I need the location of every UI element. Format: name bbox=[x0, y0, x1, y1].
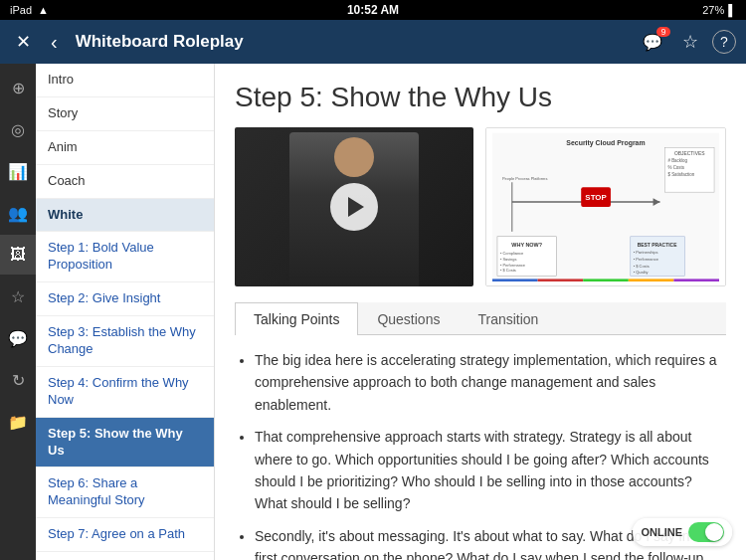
sidebar-icon-refresh[interactable]: ↻ bbox=[0, 360, 36, 400]
status-right: 27% ▌ bbox=[702, 4, 736, 16]
svg-text:Security Cloud Program: Security Cloud Program bbox=[566, 139, 645, 147]
svg-text:STOP: STOP bbox=[585, 193, 607, 202]
status-left: iPad ▲ bbox=[10, 4, 49, 16]
status-bar: iPad ▲ 10:52 AM 27% ▌ bbox=[0, 0, 746, 20]
svg-text:• Savings: • Savings bbox=[500, 257, 517, 262]
nav-item-step1[interactable]: Step 1: Bold Value Proposition bbox=[36, 232, 214, 282]
status-time: 10:52 AM bbox=[347, 3, 399, 17]
svg-text:WHY NOW?: WHY NOW? bbox=[511, 242, 542, 248]
content-inner: Step 5: Show the Why Us bbox=[215, 64, 746, 560]
content-area: Step 5: Show the Why Us bbox=[215, 64, 746, 560]
svg-text:BEST PRACTICE: BEST PRACTICE bbox=[638, 243, 677, 248]
back-button[interactable]: ‹ bbox=[45, 27, 64, 58]
sidebar-icons: ⊕ ◎ 📊 👥 🖼 ☆ 💬 ↻ 📁 bbox=[0, 64, 36, 560]
nav-bar: ✕ ‹ Whiteboard Roleplay 💬 9 ☆ ? bbox=[0, 20, 746, 64]
svg-text:• $ Costs: • $ Costs bbox=[634, 263, 650, 268]
svg-text:• Quality: • Quality bbox=[634, 270, 649, 275]
battery-icon: ▌ bbox=[728, 4, 736, 16]
ipad-label: iPad bbox=[10, 4, 32, 16]
nav-item-story[interactable]: Story bbox=[36, 97, 214, 131]
sidebar-icon-location[interactable]: ◎ bbox=[0, 109, 36, 149]
help-button[interactable]: ? bbox=[712, 30, 736, 54]
nav-item-white[interactable]: White bbox=[36, 199, 214, 233]
nav-item-step7[interactable]: Step 7: Agree on a Path bbox=[36, 518, 214, 552]
play-button[interactable] bbox=[330, 183, 378, 231]
svg-text:• $ Costs: • $ Costs bbox=[500, 268, 516, 273]
svg-text:People Process Platforms: People Process Platforms bbox=[502, 176, 548, 181]
star-button[interactable]: ☆ bbox=[676, 27, 704, 57]
sidebar-icon-home[interactable]: ⊕ bbox=[0, 68, 36, 107]
close-button[interactable]: ✕ bbox=[10, 27, 37, 57]
whiteboard-svg: Security Cloud Program OBJECTIVES # Back… bbox=[492, 132, 719, 281]
video-section: Security Cloud Program OBJECTIVES # Back… bbox=[235, 127, 726, 286]
svg-text:• Performance: • Performance bbox=[500, 262, 526, 267]
svg-text:OBJECTIVES: OBJECTIVES bbox=[674, 151, 705, 156]
nav-item-step2[interactable]: Step 2: Give Insight bbox=[36, 282, 214, 316]
nav-item-step3[interactable]: Step 3: Establish the Why Change bbox=[36, 316, 214, 367]
wb-inner: Security Cloud Program OBJECTIVES # Back… bbox=[486, 128, 725, 285]
svg-rect-26 bbox=[538, 279, 584, 281]
main-layout: ⊕ ◎ 📊 👥 🖼 ☆ 💬 ↻ 📁 Intro Story Anim Coach… bbox=[0, 64, 746, 560]
online-badge: ONLINE bbox=[633, 518, 732, 546]
sidebar-icon-chart[interactable]: 📊 bbox=[0, 151, 36, 191]
svg-text:• Performance: • Performance bbox=[634, 257, 659, 262]
svg-text:$ Satisfaction: $ Satisfaction bbox=[667, 172, 694, 177]
play-icon bbox=[348, 197, 364, 217]
nav-title: Whiteboard Roleplay bbox=[76, 32, 629, 52]
sidebar-icon-folder[interactable]: 📁 bbox=[0, 402, 36, 442]
video-player[interactable] bbox=[235, 127, 473, 286]
svg-rect-28 bbox=[629, 279, 674, 281]
nav-item-step4[interactable]: Step 4: Confirm the Why Now bbox=[36, 367, 214, 418]
chat-badge: 9 bbox=[656, 27, 670, 37]
bullet-item: The big idea here is accelerating strate… bbox=[255, 349, 726, 416]
nav-item-step5[interactable]: Step 5: Show the Why Us bbox=[36, 418, 214, 468]
svg-rect-25 bbox=[492, 279, 538, 281]
tab-questions[interactable]: Questions bbox=[358, 302, 459, 335]
online-label: ONLINE bbox=[641, 526, 682, 538]
nav-item-coach[interactable]: Coach bbox=[36, 165, 214, 199]
tabs-bar: Talking Points Questions Transition bbox=[235, 302, 726, 335]
online-toggle[interactable] bbox=[688, 522, 724, 542]
svg-rect-29 bbox=[673, 279, 719, 281]
nav-item-step6[interactable]: Step 6: Share a Meaningful Story bbox=[36, 467, 214, 518]
sidebar-icon-chat[interactable]: 💬 bbox=[0, 318, 36, 358]
bullet-item: That comprehensive approach starts with … bbox=[255, 426, 726, 515]
svg-text:• Partnerships: • Partnerships bbox=[634, 250, 658, 255]
tab-transition[interactable]: Transition bbox=[459, 302, 557, 335]
sidebar-icon-people[interactable]: 👥 bbox=[0, 193, 36, 233]
svg-rect-27 bbox=[583, 279, 629, 281]
svg-text:# Backlog: # Backlog bbox=[667, 158, 687, 163]
battery-label: 27% bbox=[702, 4, 724, 16]
wifi-icon: ▲ bbox=[38, 4, 49, 16]
nav-item-intro[interactable]: Intro bbox=[36, 64, 214, 97]
svg-text:• Compliance: • Compliance bbox=[500, 251, 524, 256]
svg-text:% Costs: % Costs bbox=[667, 165, 684, 170]
chat-button[interactable]: 💬 9 bbox=[637, 29, 668, 56]
tab-talking-points[interactable]: Talking Points bbox=[235, 302, 358, 335]
whiteboard-diagram: Security Cloud Program OBJECTIVES # Back… bbox=[485, 127, 726, 286]
page-title: Step 5: Show the Why Us bbox=[235, 82, 726, 113]
sidebar-icon-photo[interactable]: 🖼 bbox=[0, 235, 36, 275]
nav-panel: Intro Story Anim Coach White Step 1: Bol… bbox=[36, 64, 215, 560]
nav-item-anim[interactable]: Anim bbox=[36, 131, 214, 165]
toggle-thumb bbox=[705, 523, 723, 541]
sidebar-icon-star[interactable]: ☆ bbox=[0, 277, 36, 316]
